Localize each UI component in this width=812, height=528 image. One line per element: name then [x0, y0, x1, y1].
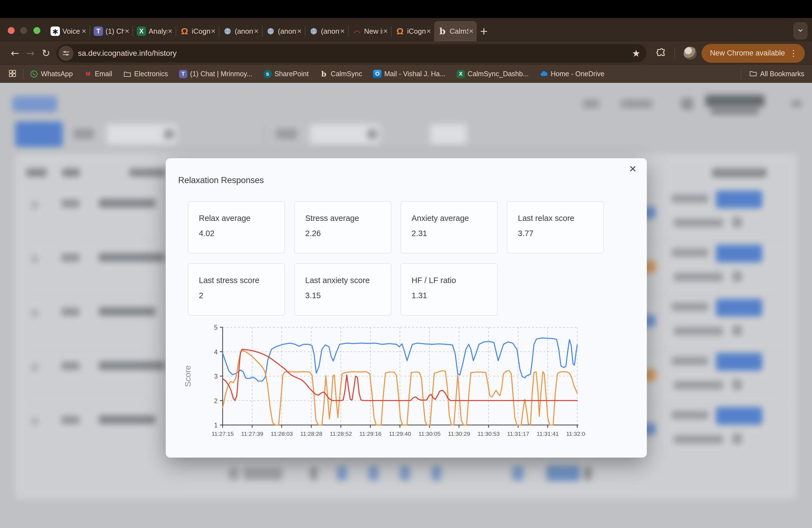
stat-card-last-stress-score: Last stress score2 — [188, 263, 285, 316]
tab-close-icon[interactable]: × — [468, 27, 474, 35]
x-tick-label: 11:28:03 — [271, 430, 293, 437]
reload-button[interactable]: ↻ — [38, 47, 54, 59]
stat-label: Stress average — [305, 214, 391, 223]
tab-label: New issue — [364, 27, 383, 35]
bookmark-sharepoint[interactable]: sSharePoint — [263, 70, 309, 78]
calmsync-icon: b — [438, 27, 447, 36]
whatsapp-icon — [30, 70, 38, 78]
modal-title: Relaxation Responses — [178, 175, 264, 185]
tab-analysis-[interactable]: XAnalysis_× — [133, 21, 176, 41]
back-button[interactable]: ← — [7, 47, 23, 59]
tab-label: iCognativ — [407, 27, 426, 35]
globe-icon — [223, 27, 232, 36]
bookmark-star-icon[interactable]: ★ — [632, 48, 640, 59]
score-chart: 11:27:1511:27:3911:28:0311:28:2811:28:52… — [182, 321, 585, 454]
x-tick-label: 11:32:06 — [566, 430, 585, 437]
modal-close-button[interactable]: × — [626, 160, 640, 177]
bookmark-email[interactable]: MEmail — [84, 70, 112, 78]
all-bookmarks-label: All Bookmarks — [760, 70, 804, 78]
tab--anonymo[interactable]: (anonymo× — [262, 21, 305, 41]
globe-icon — [266, 27, 275, 36]
tab-close-icon[interactable]: × — [426, 27, 431, 35]
tab-calmsync[interactable]: bCalmSync× — [434, 21, 477, 41]
bookmark-calmsync-dashb-[interactable]: XCalmSync_Dashb... — [456, 70, 528, 78]
tab-close-icon[interactable]: × — [168, 27, 173, 35]
tab-new-issue[interactable]: New issue× — [349, 21, 391, 41]
stat-card-last-anxiety-score: Last anxiety score3.15 — [294, 263, 391, 316]
onedrive-icon — [540, 70, 548, 78]
x-tick-label: 11:30:29 — [448, 430, 470, 437]
apps-grid-icon[interactable] — [8, 69, 17, 79]
tab-close-icon[interactable]: × — [296, 27, 302, 35]
tab-close-icon[interactable]: × — [124, 27, 130, 35]
stat-card-anxiety-average: Anxiety average2.31 — [401, 201, 498, 253]
bookmark-label: SharePoint — [275, 70, 309, 78]
folder-icon — [749, 69, 757, 79]
tab-icognative[interactable]: ΩiCognative× — [176, 21, 219, 41]
icognative-icon: Ω — [395, 27, 405, 36]
tab--1-chat-[interactable]: T(1) Chat |× — [90, 21, 133, 41]
profile-avatar[interactable] — [683, 46, 697, 60]
tab-label: (anonymo — [278, 27, 296, 35]
window-close-button[interactable] — [8, 27, 15, 34]
tab-label: iCognative — [192, 27, 211, 35]
stat-label: Anxiety average — [411, 214, 497, 223]
bookmark-label: Home - OneDrive — [551, 70, 605, 78]
bookmark-whatsapp[interactable]: WhatsApp — [30, 70, 73, 78]
chrome-update-button[interactable]: New Chrome available ⋮ — [701, 44, 805, 63]
outlook-icon: O — [373, 70, 381, 78]
window-zoom-button[interactable] — [33, 27, 40, 34]
bookmark-label: WhatsApp — [41, 70, 73, 78]
tab-label: Analysis_ — [149, 27, 168, 35]
extensions-icon[interactable] — [654, 47, 668, 59]
forward-button[interactable]: → — [23, 47, 38, 59]
browser-toolbar: ← → ↻ sa.dev.icognative.info/history ★ N… — [0, 41, 812, 65]
folder-icon — [123, 70, 131, 78]
new-tab-button[interactable]: + — [477, 24, 491, 39]
tab-voice-fea[interactable]: ∗Voice Fea× — [47, 21, 89, 41]
stat-label: Last anxiety score — [305, 276, 391, 285]
overflow-menu-icon[interactable]: ⋮ — [787, 48, 800, 58]
bookmark-calmsync[interactable]: bCalmSync — [320, 70, 362, 78]
bookmark-mail-vishal-j-ha-[interactable]: OMail - Vishal J. Ha... — [373, 70, 446, 78]
tab--anonymo[interactable]: (anonymo× — [305, 21, 348, 41]
bookmark-electronics[interactable]: Electronics — [123, 70, 168, 78]
bookmark--1-chat-mrinmoy-[interactable]: T(1) Chat | Mrinmoy... — [179, 70, 252, 78]
sharepoint-icon: s — [263, 70, 272, 78]
url-text: sa.dev.icognative.info/history — [78, 49, 632, 58]
site-settings-icon[interactable] — [59, 46, 73, 61]
bookmarks-right-group: All Bookmarks — [737, 69, 804, 79]
y-tick-label: 2 — [214, 397, 218, 405]
screen: ∗Voice Fea×T(1) Chat |×XAnalysis_×ΩiCogn… — [0, 0, 812, 528]
chevron-down-icon — [797, 27, 804, 35]
y-axis-title: Score — [183, 365, 192, 387]
stat-card-stress-average: Stress average2.26 — [294, 201, 391, 253]
tab-close-icon[interactable]: × — [81, 27, 87, 35]
tab-icognativ[interactable]: ΩiCognativ× — [392, 21, 434, 41]
x-tick-label: 11:27:39 — [241, 430, 263, 437]
window-minimize-button[interactable] — [20, 27, 27, 34]
tab-search-button[interactable] — [793, 23, 808, 40]
bookmark-home-onedrive[interactable]: Home - OneDrive — [540, 70, 605, 78]
all-bookmarks-button[interactable]: All Bookmarks — [749, 69, 804, 79]
x-tick-label: 11:30:53 — [478, 430, 499, 437]
excel-icon: X — [456, 70, 465, 78]
stat-value: 2.26 — [305, 229, 391, 238]
stat-value: 3.15 — [305, 291, 391, 300]
tab--anonymo[interactable]: (anonymo× — [219, 21, 262, 41]
stat-label: Last relax score — [518, 214, 604, 223]
toolbar-divider — [675, 47, 675, 59]
tab-close-icon[interactable]: × — [340, 27, 345, 35]
globe-icon — [309, 27, 318, 36]
address-bar[interactable]: sa.dev.icognative.info/history ★ — [56, 44, 646, 62]
tab-close-icon[interactable]: × — [253, 27, 259, 35]
tab-strip: ∗Voice Fea×T(1) Chat |×XAnalysis_×ΩiCogn… — [0, 18, 812, 41]
bookmark-label: CalmSync_Dashb... — [468, 70, 528, 78]
bookmarks-right-divider — [741, 69, 741, 79]
tab-close-icon[interactable]: × — [211, 27, 216, 35]
tab-label: CalmSync — [450, 27, 468, 35]
relaxation-responses-modal: × Relaxation Responses Relax average4.02… — [166, 158, 647, 458]
stat-card-relax-average: Relax average4.02 — [188, 201, 285, 253]
x-tick-label: 11:29:16 — [359, 430, 381, 437]
tab-close-icon[interactable]: × — [383, 27, 388, 35]
